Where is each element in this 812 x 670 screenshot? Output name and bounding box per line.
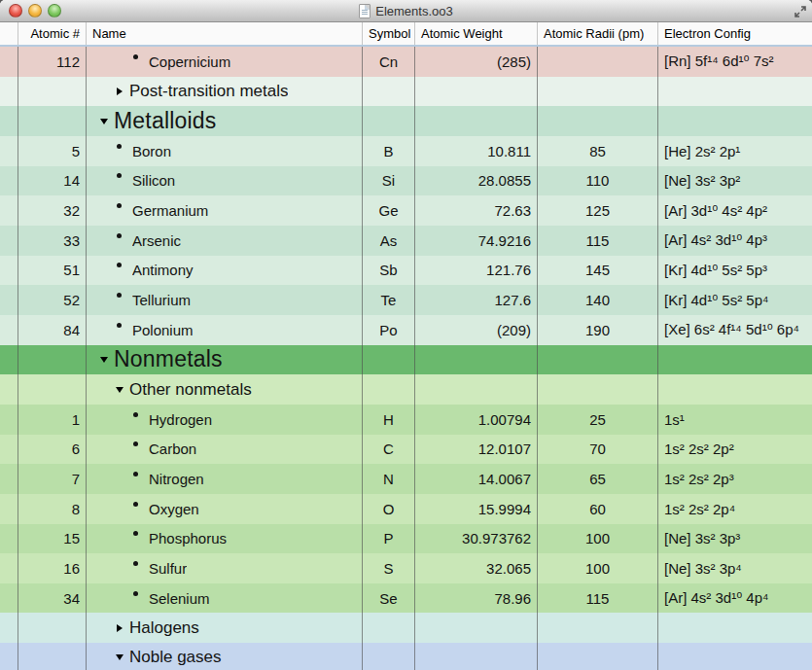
electron-config-cell[interactable] [658, 77, 812, 107]
atomic-number-cell[interactable]: 51 [18, 256, 87, 286]
name-cell[interactable]: Selenium [87, 583, 363, 614]
name-cell[interactable]: Arsenic [87, 226, 363, 256]
table-row[interactable]: 32 Germanium Ge 72.63 125 [Ar] 3d¹⁰ 4s² … [0, 195, 812, 226]
symbol-cell[interactable]: B [363, 136, 415, 166]
symbol-cell[interactable] [363, 345, 415, 375]
title-bar[interactable]: Elements.oo3 [0, 0, 812, 22]
disclosure-triangle-expanded-icon[interactable] [115, 387, 124, 393]
symbol-cell[interactable]: H [363, 405, 415, 435]
table-row[interactable]: 14 Silicon Si 28.0855 110 [Ne] 3s² 3p² [0, 166, 812, 196]
electron-config-cell[interactable]: [Ne] 3s² 3p⁴ [658, 553, 812, 583]
atomic-number-cell[interactable] [18, 613, 87, 643]
name-cell[interactable]: Germanium [87, 195, 363, 226]
table-row[interactable]: Halogens [0, 613, 812, 643]
atomic-weight-cell[interactable]: (285) [415, 47, 538, 77]
electron-config-cell[interactable]: [Rn] 5f¹⁴ 6d¹⁰ 7s² [658, 47, 812, 77]
electron-config-cell[interactable]: [Xe] 6s² 4f¹⁴ 5d¹⁰ 6p⁴ [658, 315, 812, 345]
atomic-number-cell[interactable]: 6 [18, 435, 87, 465]
symbol-cell[interactable] [363, 613, 415, 643]
table-row[interactable]: Metalloids [0, 106, 812, 136]
table-row[interactable]: 112 Copernicium Cn (285) [Rn] 5f¹⁴ 6d¹⁰ … [0, 47, 812, 77]
column-header-atomic-radii[interactable]: Atomic Radii (pm) [538, 22, 658, 45]
table-row[interactable]: Post-transition metals [0, 77, 812, 107]
table-row[interactable]: 84 Polonium Po (209) 190 [Xe] 6s² 4f¹⁴ 5… [0, 315, 812, 345]
row-label[interactable]: Sulfur [149, 560, 187, 577]
atomic-number-cell[interactable]: 1 [18, 405, 87, 435]
disclosure-triangle-expanded-icon[interactable] [115, 654, 124, 660]
atomic-weight-cell[interactable] [415, 106, 538, 136]
electron-config-cell[interactable]: [Kr] 4d¹⁰ 5s² 5p³ [658, 256, 812, 286]
row-label[interactable]: Polonium [132, 322, 194, 338]
row-label[interactable]: Nonmetals [114, 346, 223, 372]
atomic-number-cell[interactable]: 84 [18, 315, 87, 345]
row-label[interactable]: Arsenic [132, 232, 181, 249]
row-label[interactable]: Selenium [149, 590, 210, 607]
atomic-weight-cell[interactable] [415, 77, 538, 107]
atomic-radii-cell[interactable] [538, 106, 658, 136]
atomic-weight-cell[interactable]: 74.9216 [415, 226, 538, 256]
atomic-number-cell[interactable] [18, 643, 87, 670]
row-label[interactable]: Hydrogen [149, 411, 212, 428]
item-bullet-handle[interactable] [131, 476, 140, 481]
symbol-cell[interactable]: C [363, 435, 415, 465]
table-row[interactable]: 6 Carbon C 12.0107 70 1s² 2s² 2p² [0, 435, 812, 465]
row-label[interactable]: Boron [132, 143, 171, 159]
atomic-radii-cell[interactable]: 100 [538, 553, 658, 583]
disclosure-triangle-collapsed-icon[interactable] [115, 624, 124, 632]
name-cell[interactable]: Halogens [87, 613, 363, 643]
atomic-radii-cell[interactable]: 100 [538, 524, 658, 554]
atomic-number-cell[interactable]: 7 [18, 464, 87, 494]
symbol-cell[interactable]: S [363, 553, 415, 583]
symbol-cell[interactable]: O [363, 494, 415, 524]
atomic-radii-cell[interactable] [538, 77, 658, 107]
symbol-cell[interactable]: Ge [363, 195, 415, 226]
atomic-radii-cell[interactable]: 60 [538, 494, 658, 524]
disclosure-triangle-expanded-icon[interactable] [99, 119, 108, 124]
atomic-radii-cell[interactable]: 110 [538, 166, 658, 196]
atomic-radii-cell[interactable]: 65 [538, 464, 658, 494]
electron-config-cell[interactable]: [Ar] 4s² 3d¹⁰ 4p³ [658, 226, 812, 256]
table-row[interactable]: 5 Boron B 10.811 85 [He] 2s² 2p¹ [0, 136, 812, 166]
row-label[interactable]: Post-transition metals [129, 82, 288, 101]
atomic-weight-cell[interactable]: 10.811 [415, 136, 538, 166]
symbol-cell[interactable]: Cn [363, 47, 415, 77]
column-header-name[interactable]: Name [87, 22, 363, 45]
electron-config-cell[interactable]: 1s² 2s² 2p³ [658, 464, 812, 494]
zoom-button[interactable] [48, 4, 61, 18]
name-cell[interactable]: Carbon [87, 435, 363, 465]
electron-config-cell[interactable] [658, 374, 812, 405]
atomic-weight-cell[interactable]: 127.6 [415, 285, 538, 315]
item-bullet-handle[interactable] [115, 328, 124, 333]
atomic-radii-cell[interactable]: 125 [538, 195, 658, 226]
fullscreen-button[interactable] [793, 4, 807, 18]
atomic-number-cell[interactable]: 34 [18, 583, 87, 614]
disclosure-triangle-collapsed-icon[interactable] [115, 88, 124, 95]
row-label[interactable]: Metalloids [114, 108, 217, 134]
table-row[interactable]: 15 Phosphorus P 30.973762 100 [Ne] 3s² 3… [0, 524, 812, 554]
atomic-number-cell[interactable]: 32 [18, 195, 87, 226]
atomic-weight-cell[interactable]: 30.973762 [415, 524, 538, 554]
row-label[interactable]: Halogens [129, 618, 199, 638]
name-cell[interactable]: Oxygen [87, 494, 363, 524]
row-label[interactable]: Carbon [149, 441, 196, 457]
symbol-cell[interactable] [363, 643, 415, 670]
item-bullet-handle[interactable] [131, 566, 140, 571]
electron-config-cell[interactable]: [Ar] 3d¹⁰ 4s² 4p² [658, 195, 812, 226]
atomic-weight-cell[interactable] [415, 374, 538, 405]
atomic-number-cell[interactable]: 33 [18, 226, 87, 256]
row-label[interactable]: Copernicium [149, 53, 230, 70]
symbol-cell[interactable]: Se [363, 583, 415, 614]
atomic-number-cell[interactable]: 52 [18, 285, 87, 315]
atomic-weight-cell[interactable]: 12.0107 [415, 435, 538, 465]
electron-config-cell[interactable]: [He] 2s² 2p¹ [658, 136, 812, 166]
symbol-cell[interactable]: P [363, 524, 415, 554]
name-cell[interactable]: Tellurium [87, 285, 363, 315]
item-bullet-handle[interactable] [115, 208, 124, 213]
atomic-radii-cell[interactable]: 140 [538, 285, 658, 315]
atomic-weight-cell[interactable]: 15.9994 [415, 494, 538, 524]
atomic-number-cell[interactable]: 112 [18, 47, 87, 77]
row-label[interactable]: Other nonmetals [129, 380, 252, 400]
symbol-cell[interactable] [363, 374, 415, 405]
name-cell[interactable]: Polonium [87, 315, 363, 345]
atomic-number-cell[interactable]: 15 [18, 524, 87, 554]
